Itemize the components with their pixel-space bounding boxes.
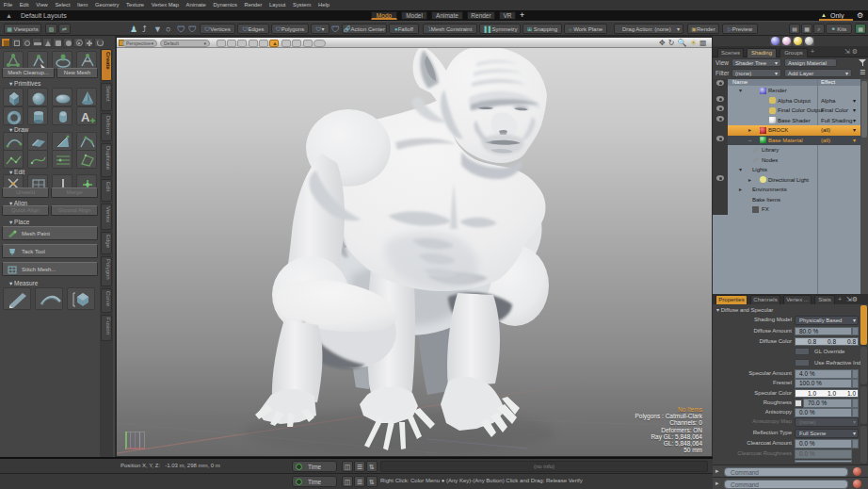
svg-text:A: A xyxy=(81,110,90,124)
